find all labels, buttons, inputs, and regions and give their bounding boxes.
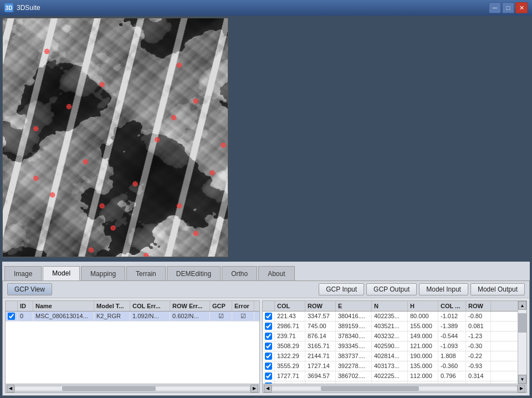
cell-row: 2144.71	[305, 351, 336, 361]
cell-h: 149.000	[408, 331, 438, 341]
col-r-col-err: COL ...	[438, 301, 466, 311]
col-checkbox	[6, 301, 18, 311]
cell-h: 121.000	[408, 341, 438, 351]
scroll-thumb	[62, 386, 156, 391]
scroll-left-btn[interactable]: ◀	[7, 385, 14, 392]
col-r-check	[263, 301, 275, 311]
tab-model[interactable]: Model	[43, 266, 80, 280]
col-id: ID	[18, 301, 33, 311]
tab-mapping[interactable]: Mapping	[81, 266, 125, 280]
gcp-output-button[interactable]: GCP Output	[366, 283, 417, 295]
scroll-up-btn[interactable]: ▲	[518, 301, 526, 310]
right-table-header: COL ROW E N H COL ... ROW	[263, 301, 518, 312]
cell-col: 221.43	[275, 312, 305, 321]
col-col-err: COL Err...	[130, 301, 170, 311]
r-scroll-left-btn[interactable]: ◀	[264, 385, 272, 392]
tab-image[interactable]: Image	[4, 266, 42, 280]
right-table: COL ROW E N H COL ... ROW 221.43 3347.57…	[262, 300, 527, 393]
cell-n: 402814...	[372, 351, 408, 361]
col-r-n: N	[372, 301, 408, 311]
content-area: GCP View GCP Input GCP Output Model Inpu…	[2, 280, 530, 396]
cell-id: 0	[18, 312, 33, 321]
r-scroll-track[interactable]	[272, 386, 518, 391]
table-row[interactable]: 1322.29 2144.71 383737.... 402814... 190…	[263, 351, 518, 361]
cell-h: 190.000	[408, 351, 438, 361]
cell-col: 3508.29	[275, 341, 305, 351]
col-model-t: Model T...	[94, 301, 130, 311]
table-row[interactable]: 221.43 3347.57 380416.... 402235... 80.0…	[263, 312, 518, 322]
data-panels: ID Name Model T... COL Err... ROW Err...…	[3, 298, 529, 395]
cell-col-err: 1.808	[438, 351, 466, 361]
cell-col-err: -1.012	[438, 312, 466, 321]
cell-h: 155.000	[408, 322, 438, 331]
cell-row-err: -0.80	[466, 312, 491, 321]
table-row[interactable]: 3555.29 1727.14 392278.... 403173... 135…	[263, 361, 518, 371]
tab-about[interactable]: About	[258, 266, 294, 280]
tab-demediting[interactable]: DEMEditing	[167, 266, 221, 280]
cell-col: 239.71	[275, 331, 305, 341]
col-error: Error	[232, 301, 254, 311]
tab-ortho[interactable]: Ortho	[222, 266, 257, 280]
row-checkbox[interactable]	[6, 312, 18, 321]
cell-row-err: -0.22	[466, 351, 491, 361]
scroll-down-btn[interactable]: ▼	[518, 375, 526, 384]
cell-row-err: -0.93	[466, 361, 491, 371]
main-window: Image Model Mapping Terrain DEMEditing O…	[0, 16, 532, 398]
close-button[interactable]: ✕	[515, 2, 528, 13]
image-panel	[2, 18, 228, 257]
right-table-content: COL ROW E N H COL ... ROW 221.43 3347.57…	[263, 301, 518, 384]
right-table-body: 221.43 3347.57 380416.... 402235... 80.0…	[263, 312, 518, 384]
cell-e: 383737....	[336, 351, 372, 361]
title-text: 3DSuite	[17, 4, 40, 12]
table-row[interactable]: 1727.71 3694.57 386702.... 402225... 112…	[263, 371, 518, 381]
row-checkbox[interactable]	[263, 322, 275, 331]
cell-name: MSC_080613014...	[33, 312, 94, 321]
row-checkbox[interactable]	[263, 371, 275, 381]
col-r-row: ROW	[305, 301, 336, 311]
cell-e: 392278....	[336, 361, 372, 371]
cell-col-err: 0.796	[438, 371, 466, 381]
cell-col: 2986.71	[275, 322, 305, 331]
minimize-button[interactable]: ─	[489, 2, 501, 13]
r-scroll-right-btn[interactable]: ▶	[518, 385, 525, 392]
top-area	[2, 18, 530, 262]
col-r-e: E	[336, 301, 372, 311]
tab-terrain[interactable]: Terrain	[126, 266, 166, 280]
cell-gcp: ☑	[210, 312, 232, 321]
model-output-button[interactable]: Model Output	[470, 283, 525, 295]
title-bar: 3D 3DSuite ─ □ ✕	[0, 0, 532, 16]
scroll-right-btn[interactable]: ▶	[250, 385, 258, 392]
row-checkbox[interactable]	[263, 312, 275, 321]
cell-error: ☑	[232, 312, 254, 321]
row-checkbox[interactable]	[263, 331, 275, 341]
cell-row-err: 0.602/N...	[170, 312, 210, 321]
cell-col-err: -1.389	[438, 322, 466, 331]
scroll-v-track[interactable]	[518, 310, 526, 375]
right-table-inner: COL ROW E N H COL ... ROW 221.43 3347.57…	[263, 301, 526, 384]
cell-col-err: -1.093	[438, 341, 466, 351]
left-scrollbar-h[interactable]: ◀ ▶	[6, 384, 259, 392]
row-checkbox[interactable]	[263, 361, 275, 371]
gcp-view-button[interactable]: GCP View	[7, 283, 52, 295]
cell-n: 403173...	[372, 361, 408, 371]
right-scrollbar-v[interactable]: ▲ ▼	[518, 301, 526, 384]
cell-row: 3165.71	[305, 341, 336, 351]
model-input-button[interactable]: Model Input	[419, 283, 468, 295]
cell-n: 402590...	[372, 341, 408, 351]
cell-col-err: -0.544	[438, 331, 466, 341]
table-row[interactable]: 239.71 876.14 378340.... 403232... 149.0…	[263, 331, 518, 341]
right-scrollbar-h[interactable]: ◀ ▶	[263, 384, 526, 392]
table-row[interactable]: 2986.71 745.00 389159.... 403521... 155.…	[263, 322, 518, 331]
scroll-track[interactable]	[14, 386, 250, 391]
maximize-button[interactable]: □	[502, 2, 514, 13]
right-image-panel	[231, 18, 530, 262]
cell-model-t: K2_RGR	[94, 312, 130, 321]
row-checkbox[interactable]	[263, 351, 275, 361]
gcp-input-button[interactable]: GCP Input	[319, 283, 364, 295]
cell-row: 1727.14	[305, 361, 336, 371]
cell-e: 378340....	[336, 331, 372, 341]
row-checkbox[interactable]	[263, 341, 275, 351]
table-row[interactable]: 3508.29 3165.71 393345.... 402590... 121…	[263, 341, 518, 351]
cell-e: 386702....	[336, 371, 372, 381]
table-row[interactable]: 0 MSC_080613014... K2_RGR 1.092/N... 0.6…	[6, 312, 259, 322]
